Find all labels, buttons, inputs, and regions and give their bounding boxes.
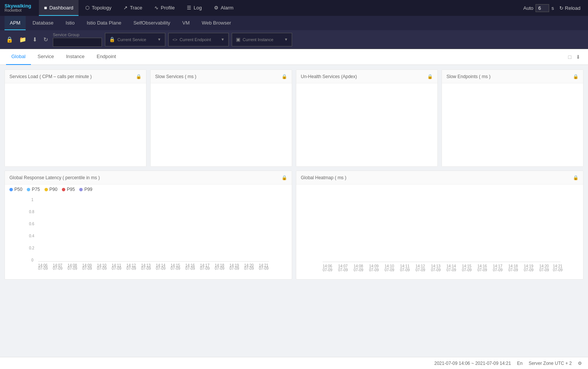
lock-button[interactable]: 🔒	[5, 35, 15, 45]
tab-service[interactable]: Service	[32, 49, 59, 65]
timezone: Server Zone UTC + 2	[529, 361, 572, 366]
latency-chart-svg: 1 0.8 0.6 0.4 0.2 0 14:06 07-09 14:07 07…	[9, 194, 287, 270]
tab-global[interactable]: Global	[6, 49, 31, 65]
p95-dot	[62, 188, 65, 191]
top-nav: Skywalking Rocketbot ■ Dashboard ⬡ Topol…	[0, 0, 588, 16]
tab-download-button[interactable]: ⬇	[574, 52, 582, 62]
p95-label: P95	[67, 187, 75, 192]
heatmap-chart-svg: 14:06 07-09 14:07 07-09 14:08 07-09 14:0…	[301, 192, 579, 275]
reload-icon: ↻	[559, 5, 563, 11]
latency-chart-container: 1 0.8 0.6 0.4 0.2 0 14:06 07-09 14:07 07…	[5, 194, 292, 274]
auto-label: Auto	[523, 5, 534, 11]
alarm-icon: ⚙	[214, 5, 219, 11]
x-label-4b: 07-09	[82, 266, 92, 270]
sec-nav-apm[interactable]: APM	[5, 16, 26, 30]
trace-icon: ↗	[123, 5, 128, 11]
reload-interval-input[interactable]	[536, 4, 549, 12]
tab-endpoint[interactable]: Endpoint	[91, 49, 121, 65]
service-group-input[interactable]	[53, 38, 102, 47]
y-label-06: 0.6	[29, 222, 34, 226]
folder-icon: 📁	[19, 36, 26, 43]
panel-slow-endpoints: Slow Endpoints ( ms ) 🔒	[442, 69, 583, 167]
tabs-row: Global Service Instance Endpoint □ ⬇	[0, 49, 588, 65]
panel-global-heatmap: Global Heatmap ( ms ) 🔒 14:06 07-09 14:0…	[296, 171, 583, 280]
panels-top-grid: Services Load ( CPM – calls per minute )…	[5, 69, 583, 167]
service-group-label: Service Group	[53, 32, 102, 37]
endpoint-selector-icon: <>	[172, 37, 177, 42]
nav-alarm[interactable]: ⚙ Alarm	[209, 0, 239, 16]
reload-button[interactable]: ↻ Reload	[556, 4, 583, 12]
tab-download-icon: ⬇	[576, 54, 580, 60]
hm-x-label-1b: 07-09	[323, 268, 332, 272]
hm-x-label-13b: 07-09	[508, 268, 518, 272]
sec-nav-self-observability[interactable]: SelfObservability	[128, 16, 175, 30]
toolbar: 🔒 📁 ⬇ ↻ Service Group 🔒 Current Service …	[0, 30, 588, 49]
hm-x-label-5b: 07-09	[385, 268, 394, 272]
legend-p50: P50	[9, 187, 22, 192]
lock-icon: 🔒	[6, 36, 13, 43]
hm-x-label-12b: 07-09	[493, 268, 503, 272]
refresh-icon: ↻	[43, 36, 48, 43]
p90-dot	[45, 188, 48, 191]
download-icon: ⬇	[32, 36, 37, 43]
lang: En	[517, 361, 523, 366]
y-label-08: 0.8	[29, 210, 34, 214]
hm-x-label-4b: 07-09	[369, 268, 379, 272]
current-service-selector[interactable]: 🔒 Current Service ▼	[105, 33, 165, 46]
sec-nav-istio[interactable]: Istio	[60, 16, 80, 30]
p99-label: P99	[84, 187, 92, 192]
reload-unit: s	[551, 5, 554, 11]
p50-dot	[9, 188, 13, 191]
hm-x-label-7b: 07-09	[416, 268, 425, 272]
x-label-6b: 07-09	[112, 266, 122, 270]
panel-un-health: Un-Health Services (Apdex) 🔒	[296, 69, 438, 167]
hm-x-label-10b: 07-09	[462, 268, 472, 272]
legend-p99: P99	[79, 187, 92, 192]
heatmap-title: Global Heatmap ( ms )	[301, 175, 346, 180]
hm-x-label-6b: 07-09	[400, 268, 410, 272]
nav-dashboard[interactable]: ■ Dashboard	[39, 0, 79, 16]
download-button[interactable]: ⬇	[31, 35, 39, 45]
tab-save-button[interactable]: □	[567, 52, 573, 62]
slow-services-body	[151, 83, 292, 166]
x-label-5b: 07-09	[97, 266, 107, 270]
x-label-11b: 07-09	[185, 266, 195, 270]
nav-profile[interactable]: ∿ Profile	[149, 0, 180, 16]
x-label-3b: 07-09	[68, 266, 77, 270]
hm-x-label-8b: 07-09	[431, 268, 441, 272]
nav-topology[interactable]: ⬡ Topology	[80, 0, 117, 16]
instance-selector-icon: ▣	[236, 37, 240, 42]
current-endpoint-selector[interactable]: <> Current Endpoint ▼	[168, 33, 229, 46]
service-selector-icon: 🔒	[109, 37, 115, 42]
folder-button[interactable]: 📁	[18, 35, 28, 45]
x-label-15b: 07-09	[244, 266, 254, 270]
p75-dot	[27, 188, 30, 191]
panel-services-load: Services Load ( CPM – calls per minute )…	[5, 69, 146, 167]
panel-global-response-latency: Global Response Latency ( percentile in …	[5, 171, 292, 280]
nav-trace[interactable]: ↗ Trace	[118, 0, 148, 16]
heatmap-lock-icon: 🔒	[573, 175, 579, 180]
status-bar: 2021-07-09 14:06 ~ 2021-07-09 14:21 En S…	[0, 357, 588, 369]
slow-services-title: Slow Services ( ms )	[155, 74, 196, 79]
slow-endpoints-body	[442, 83, 583, 166]
hm-x-label-14b: 07-09	[524, 268, 534, 272]
sec-nav-web-browser[interactable]: Web Browser	[197, 16, 237, 30]
current-instance-selector[interactable]: ▣ Current Instance ▼	[232, 33, 292, 46]
sec-nav-database[interactable]: Database	[27, 16, 59, 30]
sec-nav-vm[interactable]: VM	[177, 16, 195, 30]
log-icon: ☰	[187, 5, 191, 11]
hm-x-label-9b: 07-09	[446, 268, 456, 272]
p90-label: P90	[49, 187, 57, 192]
settings-icon[interactable]: ⚙	[578, 361, 582, 366]
logo: Skywalking Rocketbot	[5, 3, 31, 12]
endpoint-caret-icon: ▼	[221, 37, 225, 42]
hm-x-label-3b: 07-09	[354, 268, 363, 272]
current-service-label: Current Service	[117, 37, 155, 42]
panels-bottom-grid: Global Response Latency ( percentile in …	[5, 171, 583, 280]
x-label-16b: 07-09	[259, 266, 269, 270]
refresh-button[interactable]: ↻	[42, 35, 50, 45]
sec-nav-istio-data-plane[interactable]: Istio Data Plane	[82, 16, 127, 30]
app-name: Skywalking	[5, 3, 31, 9]
nav-log[interactable]: ☰ Log	[182, 0, 207, 16]
tab-instance[interactable]: Instance	[61, 49, 90, 65]
